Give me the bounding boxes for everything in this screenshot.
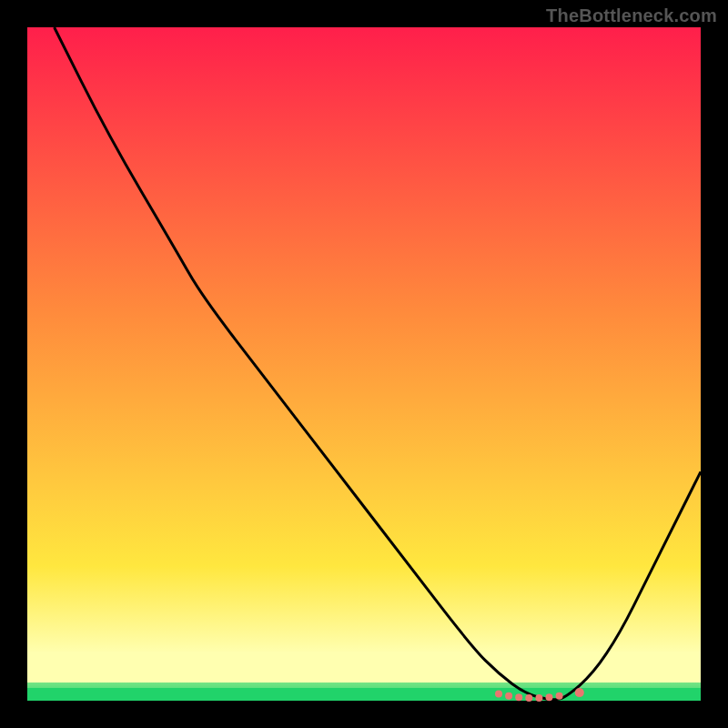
chart-stage: TheBottleneck.com	[0, 0, 728, 728]
optimal-dot	[525, 694, 532, 702]
optimal-dot	[515, 693, 522, 701]
optimal-dot	[505, 693, 512, 700]
optimal-dot	[546, 693, 553, 701]
bottleneck-chart	[0, 0, 728, 728]
optimal-dot	[556, 693, 563, 700]
optimal-dot	[535, 694, 542, 702]
watermark-text: TheBottleneck.com	[546, 5, 717, 26]
pale-band	[27, 652, 701, 682]
gradient-panel	[27, 27, 701, 701]
optimal-dot	[495, 691, 502, 698]
green-band	[27, 688, 701, 701]
optimal-dot	[575, 688, 584, 697]
